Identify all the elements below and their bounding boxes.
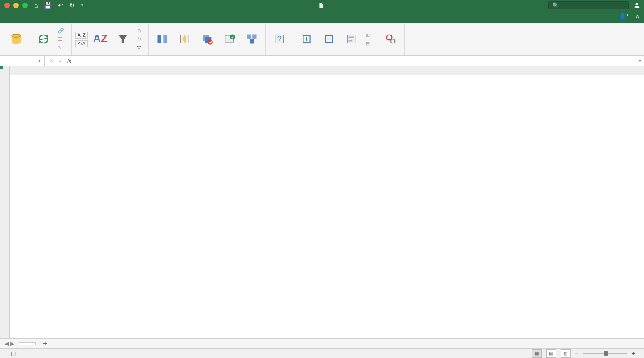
group-button[interactable]	[297, 31, 316, 48]
whatif-analysis-button[interactable]: ?	[269, 31, 289, 48]
sort-icon: AZ	[93, 32, 108, 46]
whatif-icon: ?	[272, 32, 286, 46]
expand-formula-bar-icon[interactable]: ▾	[635, 58, 644, 64]
show-detail-button[interactable]: ⊞	[364, 31, 373, 39]
remove-duplicates-button[interactable]	[197, 31, 217, 48]
refresh-icon	[36, 32, 51, 46]
filter-button[interactable]	[113, 31, 133, 48]
get-external-data-button[interactable]	[6, 31, 26, 48]
share-icon: 👤⁺	[619, 13, 629, 19]
qat-dropdown-icon[interactable]: ▾	[81, 3, 83, 8]
share-button[interactable]: 👤⁺	[619, 13, 631, 19]
clear-filter-button[interactable]: ⊘	[135, 27, 145, 35]
status-bar: ⬚ ▦ ▤ ▥ − +	[0, 348, 644, 358]
svg-rect-13	[252, 34, 256, 38]
zoom-slider[interactable]	[583, 353, 627, 354]
svg-rect-4	[157, 35, 161, 43]
window-title	[318, 2, 327, 9]
user-account-icon[interactable]	[633, 2, 640, 9]
filter-icon	[116, 32, 130, 46]
svg-text:?: ?	[277, 34, 281, 42]
cancel-formula-icon[interactable]: ✕	[49, 58, 54, 64]
add-sheet-button[interactable]: +	[40, 339, 50, 349]
consolidate-button[interactable]	[242, 31, 262, 48]
zoom-out-button[interactable]: −	[575, 350, 578, 357]
advanced-icon: ▽	[137, 45, 141, 51]
refresh-all-button[interactable]	[34, 31, 53, 48]
ribbon-tabs: 👤⁺ ∧	[0, 11, 644, 23]
data-validation-button[interactable]	[220, 31, 239, 48]
database-icon	[9, 32, 23, 46]
sheet-tab-bar: ◀ ▶ +	[0, 338, 644, 348]
page-break-view-button[interactable]: ▥	[561, 349, 571, 358]
normal-view-button[interactable]: ▦	[532, 349, 542, 358]
properties-icon: ☰	[58, 36, 62, 42]
ungroup-icon	[322, 32, 336, 46]
show-detail-icon: ⊞	[366, 32, 370, 38]
confirm-formula-icon[interactable]: ✓	[58, 58, 63, 64]
analysis-tools-icon	[384, 32, 398, 46]
remove-duplicates-icon	[200, 32, 214, 46]
namebox-dropdown-icon[interactable]: ▼	[38, 59, 42, 63]
maximize-window-button[interactable]	[22, 3, 28, 8]
connections-button[interactable]: 🔗	[56, 27, 68, 35]
advanced-filter-button[interactable]: ▽	[135, 44, 144, 52]
edit-links-icon: ✎	[58, 45, 62, 51]
consolidate-icon	[245, 32, 259, 46]
sheet-nav-prev-icon[interactable]: ◀	[4, 341, 9, 347]
fx-icon[interactable]: fx	[67, 58, 71, 64]
svg-rect-5	[163, 35, 167, 43]
quick-access-toolbar: ⌂ 💾 ↶ ↻ ▾	[34, 2, 83, 9]
sheet-nav-next-icon[interactable]: ▶	[10, 341, 14, 347]
analysis-tools-button[interactable]	[381, 31, 401, 48]
group-icon	[299, 32, 314, 46]
sheet-tab[interactable]	[19, 342, 36, 345]
titlebar: ⌂ 💾 ↶ ↻ ▾ 🔍	[0, 0, 644, 11]
flash-fill-icon	[177, 32, 192, 46]
redo-icon[interactable]: ↻	[69, 2, 75, 9]
hide-detail-icon: ⊟	[366, 41, 370, 47]
svg-point-9	[207, 39, 213, 45]
hide-detail-button[interactable]: ⊟	[364, 40, 373, 47]
select-all-corner[interactable]	[0, 66, 10, 75]
svg-point-21	[391, 39, 395, 43]
data-validation-icon	[222, 32, 237, 46]
sort-button[interactable]: AZ	[91, 31, 110, 48]
clear-icon: ⊘	[137, 28, 141, 34]
page-layout-view-button[interactable]: ▤	[546, 349, 556, 358]
text-to-columns-icon	[155, 32, 169, 46]
flash-fill-button[interactable]	[175, 31, 194, 48]
macro-record-icon[interactable]: ⬚	[11, 350, 16, 357]
row-headers	[0, 75, 10, 338]
name-box[interactable]: ▼	[0, 56, 45, 66]
close-window-button[interactable]	[4, 3, 10, 8]
excel-file-icon	[318, 2, 324, 9]
ribbon: 🔗 ☰ ✎ A↓Z Z↓A AZ ⊘ ↻ ▽	[0, 23, 644, 56]
window-controls	[0, 3, 28, 8]
home-icon[interactable]: ⌂	[34, 2, 38, 9]
properties-button[interactable]: ☰	[56, 35, 66, 43]
spreadsheet-grid[interactable]	[0, 66, 644, 338]
column-headers	[10, 66, 644, 75]
connections-icon: 🔗	[58, 28, 64, 34]
svg-rect-12	[247, 34, 251, 38]
text-to-columns-button[interactable]	[152, 31, 172, 48]
zoom-in-button[interactable]: +	[632, 350, 635, 357]
search-sheet-box[interactable]: 🔍	[548, 1, 629, 9]
minimize-window-button[interactable]	[13, 3, 19, 8]
search-input[interactable]	[562, 2, 625, 9]
search-icon: 🔍	[552, 2, 559, 9]
subtotal-icon	[344, 32, 359, 46]
reapply-button[interactable]: ↻	[135, 35, 145, 43]
subtotal-button[interactable]	[341, 31, 361, 48]
ungroup-button[interactable]	[319, 31, 339, 48]
collapse-ribbon-icon[interactable]: ∧	[635, 13, 640, 19]
undo-icon[interactable]: ↶	[58, 2, 63, 9]
cell-area[interactable]	[10, 75, 644, 338]
save-icon[interactable]: 💾	[44, 2, 52, 9]
sort-asc-button[interactable]: A↓Z	[75, 32, 88, 39]
formula-bar: ▼ ✕ ✓ fx ▾	[0, 56, 644, 66]
reapply-icon: ↻	[137, 36, 141, 42]
edit-links-button[interactable]: ✎	[56, 44, 65, 52]
sort-desc-button[interactable]: Z↓A	[75, 40, 88, 47]
